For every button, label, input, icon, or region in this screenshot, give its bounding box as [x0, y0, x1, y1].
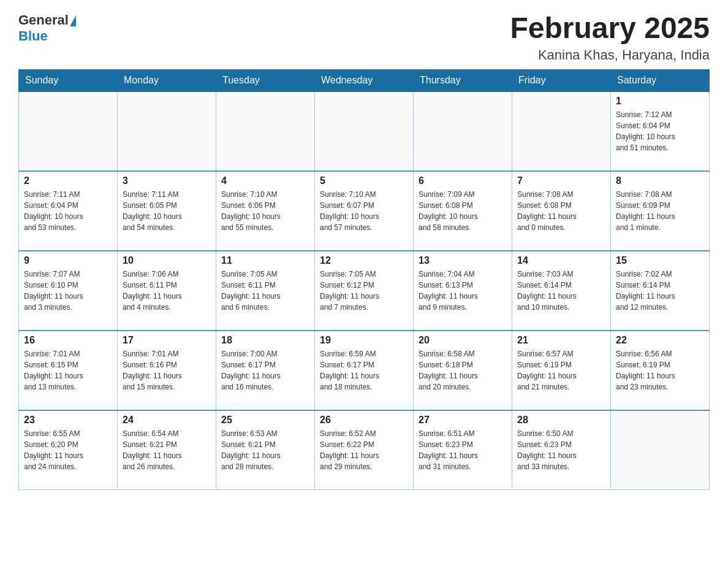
- day-info: Sunrise: 6:53 AM Sunset: 6:21 PM Dayligh…: [221, 428, 309, 472]
- calendar-cell: 13Sunrise: 7:04 AM Sunset: 6:13 PM Dayli…: [414, 251, 512, 331]
- day-info: Sunrise: 7:11 AM Sunset: 6:04 PM Dayligh…: [24, 189, 112, 233]
- day-info: Sunrise: 6:51 AM Sunset: 6:23 PM Dayligh…: [419, 428, 507, 472]
- day-number: 8: [616, 175, 704, 186]
- day-number: 26: [320, 415, 408, 426]
- calendar-cell: [512, 91, 611, 171]
- calendar-cell: 26Sunrise: 6:52 AM Sunset: 6:22 PM Dayli…: [315, 410, 414, 490]
- day-info: Sunrise: 7:03 AM Sunset: 6:14 PM Dayligh…: [517, 269, 605, 313]
- day-info: Sunrise: 7:08 AM Sunset: 6:08 PM Dayligh…: [517, 189, 605, 233]
- day-info: Sunrise: 7:10 AM Sunset: 6:07 PM Dayligh…: [320, 189, 408, 233]
- calendar-cell: 17Sunrise: 7:01 AM Sunset: 6:16 PM Dayli…: [118, 331, 216, 410]
- logo-general-text: General: [18, 12, 69, 28]
- day-number: 15: [616, 255, 704, 266]
- day-number: 19: [320, 335, 408, 346]
- day-number: 20: [419, 335, 507, 346]
- calendar-cell: 10Sunrise: 7:06 AM Sunset: 6:11 PM Dayli…: [118, 251, 216, 331]
- calendar-cell: 27Sunrise: 6:51 AM Sunset: 6:23 PM Dayli…: [414, 410, 512, 490]
- calendar-cell: 18Sunrise: 7:00 AM Sunset: 6:17 PM Dayli…: [216, 331, 315, 410]
- calendar-cell: 16Sunrise: 7:01 AM Sunset: 6:15 PM Dayli…: [19, 331, 118, 410]
- day-number: 18: [221, 335, 309, 346]
- day-number: 12: [320, 255, 408, 266]
- day-number: 7: [517, 175, 605, 186]
- day-number: 2: [24, 175, 112, 186]
- day-info: Sunrise: 7:07 AM Sunset: 6:10 PM Dayligh…: [24, 269, 112, 313]
- day-info: Sunrise: 7:12 AM Sunset: 6:04 PM Dayligh…: [616, 109, 704, 153]
- day-info: Sunrise: 7:01 AM Sunset: 6:15 PM Dayligh…: [24, 348, 112, 393]
- calendar-cell: [315, 91, 414, 171]
- calendar-week-3: 9Sunrise: 7:07 AM Sunset: 6:10 PM Daylig…: [19, 251, 710, 331]
- day-info: Sunrise: 7:05 AM Sunset: 6:11 PM Dayligh…: [221, 269, 309, 313]
- day-number: 3: [123, 175, 211, 186]
- day-number: 24: [123, 415, 211, 426]
- day-info: Sunrise: 6:56 AM Sunset: 6:19 PM Dayligh…: [616, 348, 704, 393]
- day-info: Sunrise: 7:08 AM Sunset: 6:09 PM Dayligh…: [616, 189, 704, 233]
- logo-block: General Blue: [18, 12, 76, 45]
- calendar-week-1: 1Sunrise: 7:12 AM Sunset: 6:04 PM Daylig…: [19, 91, 710, 171]
- day-info: Sunrise: 7:04 AM Sunset: 6:13 PM Dayligh…: [419, 269, 507, 313]
- calendar-cell: [414, 91, 512, 171]
- day-number: 28: [517, 415, 605, 426]
- day-info: Sunrise: 6:52 AM Sunset: 6:22 PM Dayligh…: [320, 428, 408, 472]
- calendar-table: SundayMondayTuesdayWednesdayThursdayFrid…: [18, 69, 710, 491]
- calendar-cell: 1Sunrise: 7:12 AM Sunset: 6:04 PM Daylig…: [611, 91, 710, 171]
- calendar-week-5: 23Sunrise: 6:55 AM Sunset: 6:20 PM Dayli…: [19, 410, 710, 490]
- day-number: 11: [221, 255, 309, 266]
- day-number: 14: [517, 255, 605, 266]
- calendar-cell: 22Sunrise: 6:56 AM Sunset: 6:19 PM Dayli…: [611, 331, 710, 410]
- calendar-cell: 7Sunrise: 7:08 AM Sunset: 6:08 PM Daylig…: [512, 171, 611, 251]
- calendar-cell: 24Sunrise: 6:54 AM Sunset: 6:21 PM Dayli…: [118, 410, 216, 490]
- day-number: 9: [24, 255, 112, 266]
- day-number: 17: [123, 335, 211, 346]
- day-info: Sunrise: 7:02 AM Sunset: 6:14 PM Dayligh…: [616, 269, 704, 313]
- day-info: Sunrise: 6:59 AM Sunset: 6:17 PM Dayligh…: [320, 348, 408, 393]
- weekday-header-sunday: Sunday: [19, 69, 118, 91]
- day-number: 27: [419, 415, 507, 426]
- day-info: Sunrise: 6:55 AM Sunset: 6:20 PM Dayligh…: [24, 428, 112, 472]
- day-info: Sunrise: 6:58 AM Sunset: 6:18 PM Dayligh…: [419, 348, 507, 393]
- day-number: 16: [24, 335, 112, 346]
- calendar-title: February 2025: [510, 12, 710, 45]
- day-info: Sunrise: 6:57 AM Sunset: 6:19 PM Dayligh…: [517, 348, 605, 393]
- weekday-header-wednesday: Wednesday: [315, 69, 414, 91]
- day-info: Sunrise: 7:05 AM Sunset: 6:12 PM Dayligh…: [320, 269, 408, 313]
- logo-triangle-icon: [70, 15, 76, 26]
- day-number: 22: [616, 335, 704, 346]
- logo-blue-text: Blue: [18, 28, 48, 44]
- logo: General Blue: [18, 12, 76, 45]
- day-info: Sunrise: 7:09 AM Sunset: 6:08 PM Dayligh…: [419, 189, 507, 233]
- day-info: Sunrise: 7:00 AM Sunset: 6:17 PM Dayligh…: [221, 348, 309, 393]
- page-header: General Blue February 2025 Kanina Khas, …: [18, 12, 710, 63]
- calendar-cell: 19Sunrise: 6:59 AM Sunset: 6:17 PM Dayli…: [315, 331, 414, 410]
- day-info: Sunrise: 6:54 AM Sunset: 6:21 PM Dayligh…: [123, 428, 211, 472]
- calendar-cell: 15Sunrise: 7:02 AM Sunset: 6:14 PM Dayli…: [611, 251, 710, 331]
- weekday-header-tuesday: Tuesday: [216, 69, 315, 91]
- calendar-cell: 3Sunrise: 7:11 AM Sunset: 6:05 PM Daylig…: [118, 171, 216, 251]
- day-info: Sunrise: 7:06 AM Sunset: 6:11 PM Dayligh…: [123, 269, 211, 313]
- calendar-cell: 23Sunrise: 6:55 AM Sunset: 6:20 PM Dayli…: [19, 410, 118, 490]
- calendar-cell: [611, 410, 710, 490]
- calendar-cell: 11Sunrise: 7:05 AM Sunset: 6:11 PM Dayli…: [216, 251, 315, 331]
- weekday-header-saturday: Saturday: [611, 69, 710, 91]
- calendar-cell: 21Sunrise: 6:57 AM Sunset: 6:19 PM Dayli…: [512, 331, 611, 410]
- calendar-cell: 28Sunrise: 6:50 AM Sunset: 6:23 PM Dayli…: [512, 410, 611, 490]
- day-number: 25: [221, 415, 309, 426]
- calendar-cell: 8Sunrise: 7:08 AM Sunset: 6:09 PM Daylig…: [611, 171, 710, 251]
- calendar-cell: 2Sunrise: 7:11 AM Sunset: 6:04 PM Daylig…: [19, 171, 118, 251]
- weekday-header-thursday: Thursday: [414, 69, 512, 91]
- day-number: 10: [123, 255, 211, 266]
- calendar-cell: 12Sunrise: 7:05 AM Sunset: 6:12 PM Dayli…: [315, 251, 414, 331]
- calendar-cell: 4Sunrise: 7:10 AM Sunset: 6:06 PM Daylig…: [216, 171, 315, 251]
- calendar-cell: 25Sunrise: 6:53 AM Sunset: 6:21 PM Dayli…: [216, 410, 315, 490]
- day-number: 23: [24, 415, 112, 426]
- day-info: Sunrise: 7:11 AM Sunset: 6:05 PM Dayligh…: [123, 189, 211, 233]
- day-info: Sunrise: 7:01 AM Sunset: 6:16 PM Dayligh…: [123, 348, 211, 393]
- calendar-cell: 9Sunrise: 7:07 AM Sunset: 6:10 PM Daylig…: [19, 251, 118, 331]
- day-number: 21: [517, 335, 605, 346]
- calendar-cell: 14Sunrise: 7:03 AM Sunset: 6:14 PM Dayli…: [512, 251, 611, 331]
- day-info: Sunrise: 6:50 AM Sunset: 6:23 PM Dayligh…: [517, 428, 605, 472]
- calendar-week-2: 2Sunrise: 7:11 AM Sunset: 6:04 PM Daylig…: [19, 171, 710, 251]
- calendar-cell: [118, 91, 216, 171]
- day-number: 1: [616, 96, 704, 107]
- calendar-cell: [19, 91, 118, 171]
- day-number: 6: [419, 175, 507, 186]
